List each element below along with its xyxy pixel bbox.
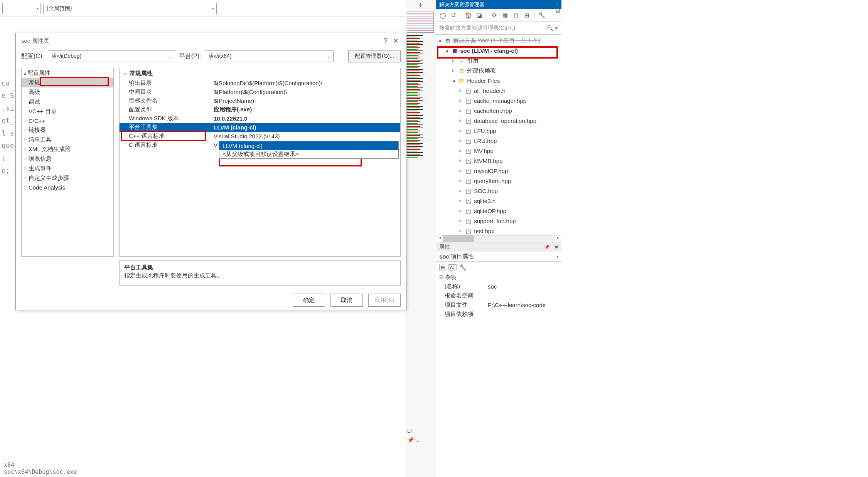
file-item[interactable]: ▷ mysqlOP.hpp xyxy=(436,166,561,176)
file-item[interactable]: ▷ MV.hpp xyxy=(436,146,561,156)
tree-item-custombuild[interactable]: 自定义生成步骤 xyxy=(22,173,113,183)
chevron-down-icon[interactable]: ⌄ xyxy=(392,124,395,128)
pin-icon[interactable]: 📌 ⌄ xyxy=(407,437,420,443)
solution-tree[interactable]: ◢ 解决方案 'soc' (1 个项目，共 1 个) ◢ soc (LLVM -… xyxy=(436,35,561,235)
toolset-dropdown[interactable]: LLVM (clang-cl) <从父级或项目默认设置继承> xyxy=(219,141,399,159)
forward-icon[interactable]: ↺ xyxy=(450,12,457,19)
scope-dropdown-1[interactable]: ▾ xyxy=(2,3,41,14)
file-item[interactable]: ▷ sqliteOP.hpp xyxy=(436,206,561,216)
file-item[interactable]: ▷ MVMB.hpp xyxy=(436,156,561,166)
prop-row-intdir[interactable]: 中间目录$(Platform)\$(Configuration)\ xyxy=(120,87,400,96)
tree-item-manifest[interactable]: 清单工具 xyxy=(22,135,113,144)
file-item[interactable]: ▷ test.hpp xyxy=(436,226,561,235)
dialog-titlebar: soc 属性页 ? ✕ xyxy=(16,33,406,49)
minimap-strip xyxy=(405,0,436,477)
header-files-folder[interactable]: ◢ Header Files xyxy=(436,76,561,86)
sync-icon[interactable]: ⟳ xyxy=(491,12,498,19)
solution-node[interactable]: ◢ 解决方案 'soc' (1 个项目，共 1 个) xyxy=(436,35,561,45)
platform-select[interactable]: 活动(x64)⌄ xyxy=(205,50,334,62)
search-icon[interactable]: 🔍 ▾ xyxy=(547,25,558,31)
file-item[interactable]: ▷ cacheItem.hpp xyxy=(436,106,561,116)
categorize-icon[interactable]: ▤ xyxy=(439,264,446,270)
config-tree[interactable]: 配置属性 常规 高级 调试 VC++ 目录 C/C++ 链接器 清单工具 XML… xyxy=(21,68,114,257)
minimap-viewport[interactable] xyxy=(407,12,434,33)
prop-rows: 输出目录$(SolutionDir)$(Platform)\$(Configur… xyxy=(120,79,400,256)
pin-icon[interactable]: 📌 xyxy=(544,244,550,250)
tree-item-xmldoc[interactable]: XML 文档生成器 xyxy=(22,144,113,154)
config-manager-button[interactable]: 配置管理器(O)... xyxy=(348,50,401,62)
help-title: 平台工具集 xyxy=(124,264,396,271)
tree-item-debug[interactable]: 调试 xyxy=(22,97,113,107)
scroll-thumb[interactable] xyxy=(443,235,474,242)
properties-panel: 属性 ▾ 📌 ✕ soc 项目属性 ▾ ▤ A↓ 🔧 杂项 (名称)soc 根命… xyxy=(436,242,561,477)
tree-item-vcdirs[interactable]: VC++ 目录 xyxy=(22,107,113,116)
collapse-icon[interactable]: ⊡ xyxy=(512,12,519,19)
horizontal-scrollbar[interactable]: ◂ ▸ xyxy=(436,235,561,242)
config-label: 配置(C): xyxy=(21,52,44,60)
solution-toolbar: ◯ ↺ 🏠 ◪ ⟳ ▦ ⊡ ⊞ 🔧 xyxy=(436,9,561,22)
tree-root[interactable]: 配置属性 xyxy=(22,68,113,78)
prop-group-header[interactable]: 常规属性 xyxy=(120,68,400,79)
file-item[interactable]: ▷ sqlite3.h xyxy=(436,196,561,206)
split-icon[interactable] xyxy=(407,2,434,9)
ok-button[interactable]: 确定 xyxy=(293,294,325,307)
file-item[interactable]: ▷ LFU.hpp xyxy=(436,126,561,136)
properties-subject[interactable]: soc 项目属性 ▾ xyxy=(436,252,561,262)
prop-row-sdk[interactable]: Windows SDK 版本10.0.22621.0 xyxy=(120,114,400,123)
external-deps-node[interactable]: ▷ 外部依赖项 xyxy=(436,66,561,76)
solution-search[interactable]: 搜索解决方案资源管理器(Ctrl+;) 🔍 ▾ xyxy=(436,22,561,35)
tree-item-browse[interactable]: 浏览信息 xyxy=(22,154,113,164)
cancel-button[interactable]: 取消 xyxy=(330,294,363,307)
back-icon[interactable]: ◯ xyxy=(439,12,446,19)
scroll-right-icon[interactable]: ▸ xyxy=(555,235,561,242)
tool-icon[interactable]: 目 xyxy=(555,8,565,15)
references-node[interactable]: ▷ 引用 xyxy=(436,55,561,66)
prop-row[interactable]: 项目文件P:\C++-learn\soc-code xyxy=(436,300,561,309)
help-icon[interactable]: ? xyxy=(381,37,391,45)
prop-row[interactable]: 项目依赖项 xyxy=(436,309,561,319)
show-all-icon[interactable]: ▦ xyxy=(502,12,509,19)
wrench-icon[interactable]: 🔧 xyxy=(459,264,467,271)
tree-item-advanced[interactable]: 高级 xyxy=(22,87,113,97)
dd-item-llvm[interactable]: LLVM (clang-cl) xyxy=(219,141,398,150)
config-row: 配置(C): 活动(Debug)⌄ 平台(P): 活动(x64)⌄ 配置管理器(… xyxy=(16,49,406,64)
file-item[interactable]: ▷ cache_manager.hpp xyxy=(436,96,561,106)
tree-item-ccpp[interactable]: C/C++ xyxy=(22,116,113,125)
home-icon[interactable]: 🏠 xyxy=(465,12,472,19)
prop-row-configtype[interactable]: 配置类型应用程序(.exe) xyxy=(120,105,400,114)
tree-item-general[interactable]: 常规 xyxy=(22,78,113,87)
prop-row-targetname[interactable]: 目标文件名$(ProjectName) xyxy=(120,96,400,105)
prop-row-cppstd[interactable]: C++ 语言标准Visual Studio 2022 (v143) xyxy=(120,132,400,141)
wrench-icon[interactable]: 🔧 xyxy=(538,12,545,19)
prop-row[interactable]: 根命名空间 xyxy=(436,291,561,300)
solution-explorer-title: 解决方案资源管理器 xyxy=(436,0,561,9)
config-select[interactable]: 活动(Debug)⌄ xyxy=(48,50,175,62)
project-node[interactable]: ◢ soc (LLVM - clang-cl) xyxy=(436,45,561,55)
status-info: LF 📌 ⌄ xyxy=(407,428,420,443)
tree-item-codeanalysis[interactable]: Code Analysis xyxy=(22,183,113,192)
sort-icon[interactable]: A↓ xyxy=(448,264,457,270)
dd-item-inherit[interactable]: <从父级或项目默认设置继承> xyxy=(219,150,398,158)
tree-item-linker[interactable]: 链接器 xyxy=(22,125,113,135)
file-item[interactable]: ▷ database_operation.hpp xyxy=(436,116,561,126)
file-item[interactable]: ▷ support_fun.hpp xyxy=(436,216,561,226)
minimap-lines xyxy=(407,35,434,158)
file-item[interactable]: ▷ all_header.h xyxy=(436,86,561,96)
prop-row[interactable]: (名称)soc xyxy=(436,282,561,291)
scroll-left-icon[interactable]: ◂ xyxy=(436,235,443,242)
properties-category[interactable]: 杂项 xyxy=(436,273,561,282)
scope-dropdown-2[interactable]: (全局范围)▾ xyxy=(43,3,217,14)
properties-icon[interactable]: ⊞ xyxy=(523,12,530,19)
tool-icon[interactable]: § xyxy=(555,1,565,7)
file-item[interactable]: ▷ queryItem.hpp xyxy=(436,176,561,186)
apply-button[interactable]: 应用(A) xyxy=(368,294,401,307)
prop-row-toolset[interactable]: 平台工具集LLVM (clang-cl)⌄ xyxy=(120,123,400,132)
file-item[interactable]: ▷ LRU.hpp xyxy=(436,136,561,146)
file-item[interactable]: ▷ SOC.hpp xyxy=(436,186,561,196)
prop-row-outdir[interactable]: 输出目录$(SolutionDir)$(Platform)\$(Configur… xyxy=(120,79,400,87)
tree-item-buildevents[interactable]: 生成事件 xyxy=(22,164,113,173)
view-icon[interactable]: ◪ xyxy=(476,12,483,19)
properties-header: 属性 ▾ 📌 ✕ xyxy=(436,242,561,252)
close-icon[interactable]: ✕ xyxy=(554,244,558,250)
close-icon[interactable]: ✕ xyxy=(391,37,401,45)
